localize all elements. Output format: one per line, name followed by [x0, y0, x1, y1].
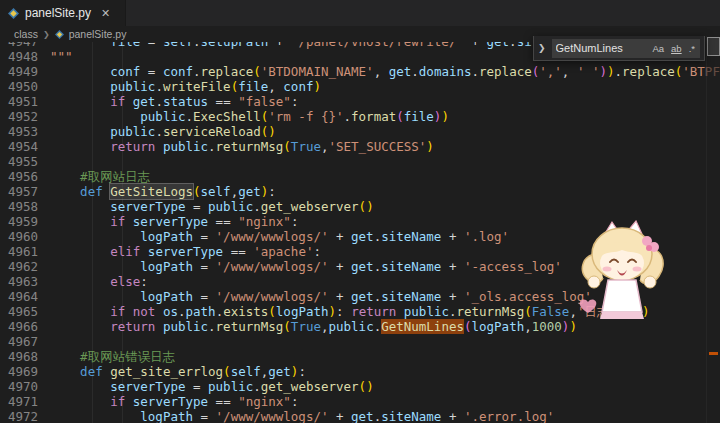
code-line[interactable]: 4969 def get_site_errlog(self,get): [0, 364, 720, 379]
code-text: conf = conf.replace('BTDOMAIN_NAME', get… [50, 64, 720, 79]
code-token: = [193, 259, 216, 274]
code-token: os [163, 304, 178, 319]
match-case-button[interactable]: Aa [651, 43, 665, 54]
code-line[interactable]: 4955 [0, 154, 720, 169]
code-line[interactable]: 4949 conf = conf.replace('BTDOMAIN_NAME'… [0, 64, 720, 79]
code-line[interactable]: 4960 logPath = '/www/wwwlogs/' + get.sit… [0, 229, 720, 244]
breadcrumb-class[interactable]: class [14, 28, 38, 40]
code-token: True [291, 139, 321, 154]
line-number: 4962 [0, 259, 50, 274]
code-token: == [208, 394, 238, 409]
code-token: return [351, 304, 396, 319]
code-token: ) [642, 304, 650, 319]
code-token: ( [464, 319, 472, 334]
line-number: 4958 [0, 199, 50, 214]
line-number: 4966 [0, 319, 50, 334]
code-token: GetSiteLogs [110, 184, 193, 199]
code-line[interactable]: 4968 #取网站错误日志 [0, 349, 720, 364]
code-token [50, 109, 140, 124]
code-line[interactable]: 4958 serverType = public.get_webserver() [0, 199, 720, 214]
code-line[interactable]: 4971 if serverType == "nginx": [0, 394, 720, 409]
code-token [50, 259, 140, 274]
code-line[interactable]: 4967 [0, 334, 720, 349]
code-line[interactable]: 4966 return public.returnMsg(True,public… [0, 319, 720, 334]
code-token [50, 42, 110, 49]
code-token: . [193, 42, 201, 49]
code-token: status [163, 94, 208, 109]
code-token: if [110, 214, 125, 229]
code-token [50, 409, 140, 423]
code-token: = [140, 64, 163, 79]
code-line[interactable]: 4964 logPath = '/www/wwwlogs/' + get.sit… [0, 289, 720, 304]
code-token: public [404, 304, 449, 319]
code-token: returnMsg [216, 319, 284, 334]
code-text: logPath = '/www/wwwlogs/' + get.siteName… [50, 409, 554, 423]
find-toggle-chevron-icon[interactable]: ❯ [536, 43, 548, 53]
code-token: . [208, 319, 216, 334]
breadcrumb-file[interactable]: panelSite.py [69, 28, 127, 40]
code-token: file [110, 42, 140, 49]
code-line[interactable]: 4970 serverType = public.get_webserver() [0, 379, 720, 394]
close-icon[interactable]: ✕ [101, 7, 110, 20]
code-line[interactable]: 4965 if not os.path.exists(logPath): ret… [0, 304, 720, 319]
regex-button[interactable]: .* [688, 43, 696, 54]
code-line[interactable]: 4959 if serverType == "nginx": [0, 214, 720, 229]
code-token: file [238, 79, 268, 94]
code-token: siteName [381, 229, 441, 244]
whole-word-button[interactable]: ab [670, 43, 683, 54]
tab-panelsite[interactable]: panelSite.py ✕ [0, 0, 126, 26]
code-token: '_ols.access_log' [464, 289, 592, 304]
code-token: ) [313, 79, 321, 94]
code-token: "nginx" [238, 394, 291, 409]
code-token: : [298, 364, 306, 379]
code-line[interactable]: 4951 if get.status == "false": [0, 94, 720, 109]
code-token [50, 244, 110, 259]
code-line[interactable]: 4963 else: [0, 274, 720, 289]
code-line[interactable]: 4962 logPath = '/www/wwwlogs/' + get.sit… [0, 259, 720, 274]
line-number: 4953 [0, 124, 50, 139]
code-token [50, 289, 140, 304]
code-token: . [185, 109, 193, 124]
code-token: logPath [472, 319, 525, 334]
line-number: 4949 [0, 64, 50, 79]
code-token: . [193, 64, 201, 79]
code-text: #取网站错误日志 [50, 349, 175, 364]
code-line[interactable]: 4972 logPath = '/www/wwwlogs/' + get.sit… [0, 409, 720, 423]
python-file-icon [55, 30, 64, 39]
scrollbar-thumb[interactable] [707, 37, 720, 56]
code-line[interactable]: 4954 return public.returnMsg(True,'SET_S… [0, 139, 720, 154]
code-token: logPath [276, 304, 329, 319]
code-token: serviceReload [163, 124, 261, 139]
code-token: public [110, 124, 155, 139]
code-line[interactable]: 4950 public.writeFile(file, conf) [0, 79, 720, 94]
code-text: #取网站日志 [50, 169, 150, 184]
find-query-text[interactable]: GetNumLines [556, 42, 647, 54]
code-token: serverType [110, 379, 185, 394]
code-token: siteName [381, 259, 441, 274]
code-token: ( [283, 319, 291, 334]
code-line[interactable]: 4956 #取网站日志 [0, 169, 720, 184]
code-token: exists [223, 304, 268, 319]
code-token: domains [419, 64, 472, 79]
code-token: public [163, 319, 208, 334]
code-token: public [110, 79, 155, 94]
code-line[interactable]: 4952 public.ExecShell('rm -f {}'.format(… [0, 109, 720, 124]
code-token [125, 94, 133, 109]
code-token: public [329, 319, 374, 334]
scrollbar[interactable] [706, 36, 720, 423]
code-line[interactable]: 4961 elif serverType == 'apache': [0, 244, 720, 259]
find-input[interactable]: GetNumLines Aa ab .* [552, 39, 700, 58]
code-line[interactable]: 4953 public.serviceReload() [0, 124, 720, 139]
code-token: get [238, 184, 261, 199]
code-editor[interactable]: 4947 file = self.setupPath + '/panel/vho… [0, 42, 720, 423]
code-token: : [140, 274, 148, 289]
code-token: siteName [381, 409, 441, 423]
code-token: if [110, 94, 125, 109]
code-token: ) [607, 64, 615, 79]
code-line[interactable]: 4957 def GetSiteLogs(self,get): [0, 184, 720, 199]
code-token: '/www/wwwlogs/' [216, 259, 329, 274]
code-token: ' ' [577, 64, 600, 79]
code-token: public [163, 139, 208, 154]
code-token: #取网站日志 [80, 169, 150, 184]
code-token: . [155, 79, 163, 94]
